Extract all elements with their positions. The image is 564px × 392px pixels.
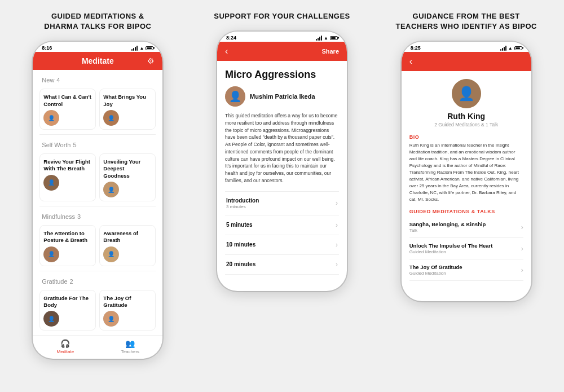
wifi-icon: ▲ [324,36,328,41]
back-button[interactable]: ‹ [225,46,228,56]
wifi-icon: ▲ [508,46,513,51]
bio-section: BIO Ruth King is an international teache… [409,134,523,203]
back-button[interactable]: ‹ [409,56,412,67]
teacher-name: Mushim Patricia Ikeda [250,93,315,100]
teacher-profile-sub: 2 Guided Meditations & 1 Talk [434,122,498,127]
phone-1: 8:16 ▲ Meditate ⚙ [33,42,162,359]
phone3-content: 👤 Ruth King 2 Guided Meditations & 1 Tal… [402,71,531,301]
chevron-right-icon: › [521,245,523,253]
talk-row[interactable]: Unlock The Impulse of The Heart Guided M… [409,238,523,259]
mindfulness-items: The Attention to Posture & Breath 👤 Awar… [33,223,162,271]
chevron-right-icon: › [336,261,338,268]
app-title: Meditate [82,56,114,65]
chevron-right-icon: › [521,223,523,231]
article-title: Micro Aggressions [225,69,339,81]
talk-row[interactable]: Sangha, Belonging, & Kinship Talk › [409,217,523,238]
session-row[interactable]: 20 minutes › [225,255,339,275]
wifi-icon: ▲ [139,46,144,51]
session-label: 10 minutes [226,241,255,248]
list-item[interactable]: Revive Your Flight With The Breath 👤 [39,153,96,201]
gratitude-items: Gratitude For The Body 👤 The Joy Of Grat… [33,288,162,336]
col1-header: GUIDED MEDITATIONS & DHARMA TALKS FOR BI… [44,11,151,32]
list-item[interactable]: The Attention to Posture & Breath 👤 [39,225,96,266]
teacher-profile-avatar: 👤 [452,79,481,108]
three-column-layout: GUIDED MEDITATIONS & DHARMA TALKS FOR BI… [6,11,558,359]
app-header-2: ‹ Share [217,42,347,61]
share-button[interactable]: Share [321,48,339,55]
talk-sub: Talk [409,228,486,233]
list-item[interactable]: What Brings You Joy 👤 [99,89,156,130]
signal-icon [131,46,138,51]
talk-title: Sangha, Belonging, & Kinship [409,221,486,227]
status-icons-3: ▲ [500,46,522,51]
list-item[interactable]: Unveiling Your Deepest Goodness 👤 [99,153,156,201]
column-2: SUPPORT FOR YOUR CHALLENGES 8:24 ▲ [190,11,374,291]
article-body: This guided meditation offers a way for … [225,112,339,184]
phone1-content: New4 What I Can & Can't Control 👤 What B… [33,70,162,335]
signal-icon [316,36,322,41]
section-selfworth: Self Worth5 [33,135,162,151]
teacher-profile: 👤 Ruth King 2 Guided Meditations & 1 Tal… [409,79,523,127]
gear-icon[interactable]: ⚙ [147,56,155,65]
status-time-1: 8:16 [42,45,52,51]
session-label: 5 minutes [226,222,253,228]
session-row[interactable]: Introduction 3 minutes › [225,192,339,215]
chevron-right-icon: › [336,199,338,207]
status-icons-1: ▲ [131,46,153,51]
teacher-profile-name: Ruth King [447,112,485,121]
col2-header: SUPPORT FOR YOUR CHALLENGES [214,11,350,21]
col3-header: GUIDANCE FROM THE BEST TEACHERS WHO IDEN… [395,11,536,32]
talk-sub: Guided Meditation [409,249,493,254]
teacher-avatar: 👤 [225,86,245,107]
section-gratitude: Gratitude2 [33,271,162,288]
status-bar-1: 8:16 ▲ [33,42,162,52]
new-items: What I Can & Can't Control 👤 What Brings… [33,86,162,134]
session-list: Introduction 3 minutes › 5 minutes › [225,191,339,275]
section-new: New4 [33,70,162,86]
signal-icon [500,46,506,51]
chevron-right-icon: › [521,266,523,274]
column-3: GUIDANCE FROM THE BEST TEACHERS WHO IDEN… [374,11,558,301]
talk-title: The Joy Of Gratitude [409,264,462,270]
app-header-1: Meditate ⚙ [33,52,162,70]
list-item[interactable]: What I Can & Can't Control 👤 [39,89,96,130]
bottom-nav: 🎧 Meditate 👥 Teachers [33,335,162,359]
talk-title: Unlock The Impulse of The Heart [409,243,493,249]
phone-3: 8:25 ▲ ‹ [402,42,531,301]
session-label: Introduction [226,197,259,204]
talks-section: GUIDED MEDITATIONS & TALKS Sangha, Belon… [409,209,523,281]
nav-meditate[interactable]: 🎧 Meditate [33,339,98,354]
list-item[interactable]: The Joy Of Gratitude 👤 [99,290,156,331]
battery-icon [146,46,153,50]
teacher-row: 👤 Mushim Patricia Ikeda [225,86,339,107]
status-icons-2: ▲ [316,36,338,41]
phone2-content: Micro Aggressions 👤 Mushim Patricia Iked… [217,61,347,291]
headphones-icon: 🎧 [60,339,70,348]
selfworth-items: Revive Your Flight With The Breath 👤 Unv… [33,151,162,206]
status-bar-2: 8:24 ▲ [217,32,347,42]
status-bar-3: 8:25 ▲ [402,42,531,52]
chevron-right-icon: › [336,221,338,229]
nav-teachers[interactable]: 👥 Teachers [98,339,162,354]
column-1: GUIDED MEDITATIONS & DHARMA TALKS FOR BI… [6,11,190,359]
section-mindfulness: Mindfulness3 [33,206,162,223]
session-row[interactable]: 10 minutes › [225,235,339,255]
app-header-3: ‹ [402,52,531,71]
battery-icon [330,36,338,40]
chevron-right-icon: › [336,241,338,249]
status-time-2: 8:24 [226,35,236,41]
teachers-icon: 👥 [125,339,135,348]
bio-label: BIO [409,134,523,140]
talk-row[interactable]: The Joy Of Gratitude Guided Meditation › [409,259,523,281]
battery-icon [514,46,522,50]
bio-text: Ruth King is an international teacher in… [409,142,523,203]
session-sub: 3 minutes [226,204,259,209]
list-item[interactable]: Gratitude For The Body 👤 [39,290,96,331]
status-time-3: 8:25 [411,45,421,51]
talks-label: GUIDED MEDITATIONS & TALKS [409,209,523,214]
list-item[interactable]: Awareness of Breath 👤 [99,225,156,266]
talk-sub: Guided Meditation [409,271,462,276]
session-row[interactable]: 5 minutes › [225,215,339,235]
phone-2: 8:24 ▲ ‹ Share [217,32,347,291]
session-label: 20 minutes [226,261,255,267]
